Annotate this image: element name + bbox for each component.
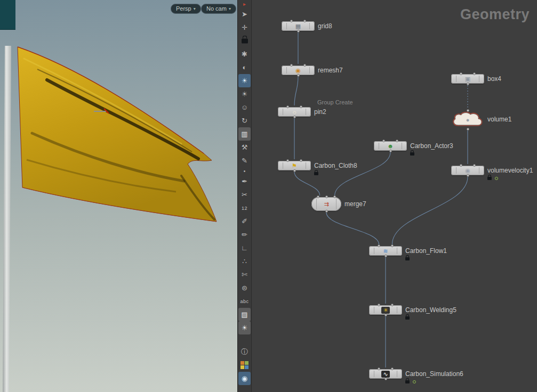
persp-menu-button[interactable]: Persp ▾	[171, 4, 201, 14]
mirror-icon[interactable]: ↻	[238, 114, 251, 127]
pane-handle-icon[interactable]: ▸	[238, 0, 251, 7]
node-body[interactable]: ⚑	[278, 161, 311, 170]
input-connector[interactable]	[303, 64, 306, 67]
input-connector[interactable]	[303, 20, 306, 22]
input-connector[interactable]	[396, 140, 398, 142]
snap-icon[interactable]: ✱	[238, 47, 251, 61]
node-body[interactable]: ☻	[374, 141, 407, 151]
node-body[interactable]: ▦	[282, 21, 315, 31]
dot-separator-icon[interactable]: •	[238, 167, 251, 175]
node-body[interactable]: ∿	[369, 369, 402, 379]
output-connector[interactable]	[389, 150, 392, 152]
node-volume1[interactable]: ●volume1	[450, 111, 485, 129]
node-volumevelocity1[interactable]: ◉volumevelocity1	[451, 166, 484, 175]
visibility-icon[interactable]: ◉	[238, 372, 251, 385]
viewport-3d[interactable]: Persp ▾ No cam ▾	[0, 0, 237, 392]
output-connector[interactable]	[297, 30, 300, 32]
input-connector[interactable]	[460, 72, 462, 75]
input-connector[interactable]	[290, 20, 293, 22]
light-bulb-icon[interactable]: ☀	[238, 321, 251, 334]
input-connector[interactable]	[382, 140, 385, 142]
node-body[interactable]: ☼	[278, 107, 311, 117]
input-connector[interactable]	[286, 159, 289, 162]
input-connector[interactable]	[378, 368, 380, 370]
node-Carbon_Cloth8[interactable]: ⚑Carbon_Cloth8	[278, 161, 311, 170]
output-connector[interactable]	[467, 128, 469, 130]
locked-flag-icon[interactable]	[487, 177, 492, 180]
node-body[interactable]: ≋	[369, 246, 402, 256]
locked-flag-icon[interactable]	[405, 257, 410, 260]
output-connector[interactable]	[293, 116, 296, 118]
input-connector[interactable]	[460, 164, 462, 167]
input-connector[interactable]	[391, 304, 394, 306]
node-Carbon_Simulation6[interactable]: ∿Carbon_Simulation6	[369, 369, 402, 379]
node-body[interactable]: ▣	[451, 74, 484, 84]
locked-flag-icon[interactable]	[314, 172, 318, 175]
info-icon[interactable]: ⓘ	[238, 345, 251, 358]
input-connector[interactable]	[290, 64, 293, 67]
output-connector[interactable]	[467, 174, 469, 177]
select-tool-icon[interactable]: ➤	[238, 7, 251, 21]
output-connector[interactable]	[384, 314, 387, 316]
lighting-options-icon[interactable]: ☀	[238, 87, 251, 101]
node-box4[interactable]: ▣box4	[451, 74, 484, 84]
color-palette-icon[interactable]	[238, 358, 251, 372]
input-connector[interactable]	[317, 195, 319, 198]
text-tool-label[interactable]: abc	[238, 295, 251, 308]
cache-flag-icon[interactable]	[413, 380, 416, 383]
node-grid8[interactable]: ▦grid8	[282, 21, 315, 31]
node-Carbon_Actor3[interactable]: ☻Carbon_Actor3	[374, 141, 407, 151]
input-connector[interactable]	[378, 244, 380, 247]
input-connector[interactable]	[333, 195, 336, 198]
knife-icon[interactable]: ✂	[238, 188, 251, 201]
locked-flag-icon[interactable]	[405, 316, 410, 320]
node-Carbon_Welding5[interactable]: ✳Carbon_Welding5	[369, 305, 402, 315]
corner-ruler-icon[interactable]: ∟	[238, 241, 251, 255]
layout-pane-icon[interactable]: ▥	[238, 127, 251, 141]
no-cam-menu-button[interactable]: No cam ▾	[201, 4, 236, 14]
input-connector[interactable]	[467, 109, 469, 112]
move-tool-icon[interactable]: ✛	[238, 21, 251, 34]
frame-count-label[interactable]: 12	[238, 201, 251, 215]
paint-icon[interactable]: ✎	[238, 154, 251, 167]
node-merge7[interactable]: ⇉merge7	[311, 197, 341, 211]
scatter-icon[interactable]: ∴	[238, 255, 251, 268]
output-connector[interactable]	[467, 83, 469, 85]
input-connector[interactable]	[391, 368, 394, 370]
output-connector[interactable]	[384, 255, 387, 257]
node-body[interactable]: ◉	[451, 166, 484, 175]
output-connector[interactable]	[297, 74, 300, 77]
locked-flag-icon[interactable]	[405, 380, 410, 383]
locked-flag-icon[interactable]	[410, 152, 414, 156]
view-tool-icon[interactable]: ◐	[238, 61, 251, 74]
pen-icon[interactable]: ✒	[238, 175, 251, 188]
cut-icon[interactable]: ✄	[238, 268, 251, 281]
node-body[interactable]: ✳	[369, 305, 402, 315]
node-remesh7[interactable]: ◉remesh7	[282, 66, 315, 75]
input-connector[interactable]	[378, 304, 380, 306]
tools-icon[interactable]: ⚒	[238, 141, 251, 154]
input-connector[interactable]	[300, 105, 302, 108]
image-plane-icon[interactable]: ▨	[238, 308, 251, 321]
node-body[interactable]: ●	[450, 111, 485, 129]
node-body[interactable]: ⇉	[311, 197, 341, 211]
output-connector[interactable]	[293, 169, 296, 172]
boolean-icon[interactable]: ⊜	[238, 281, 251, 295]
chisel-icon[interactable]: ✏	[238, 228, 251, 241]
node-pin2[interactable]: ☼Group Createpin2	[278, 107, 311, 117]
character-pose-icon[interactable]: ☺	[238, 101, 251, 114]
node-body[interactable]: ◉	[282, 66, 315, 75]
brush-icon[interactable]: ✐	[238, 215, 251, 228]
cache-flag-icon[interactable]	[495, 177, 498, 180]
network-editor[interactable]: Geometry ▦grid8◉remesh7☼Group Createpin2…	[252, 0, 537, 392]
input-connector[interactable]	[473, 72, 476, 75]
output-connector[interactable]	[384, 378, 387, 380]
input-connector[interactable]	[325, 195, 328, 198]
input-connector[interactable]	[473, 164, 476, 167]
input-connector[interactable]	[391, 244, 394, 247]
input-connector[interactable]	[286, 105, 289, 108]
node-Carbon_Flow1[interactable]: ≋Carbon_Flow1	[369, 246, 402, 256]
headlight-icon[interactable]: ☀	[238, 74, 251, 87]
output-connector[interactable]	[325, 210, 328, 213]
lock-icon[interactable]	[238, 34, 251, 47]
